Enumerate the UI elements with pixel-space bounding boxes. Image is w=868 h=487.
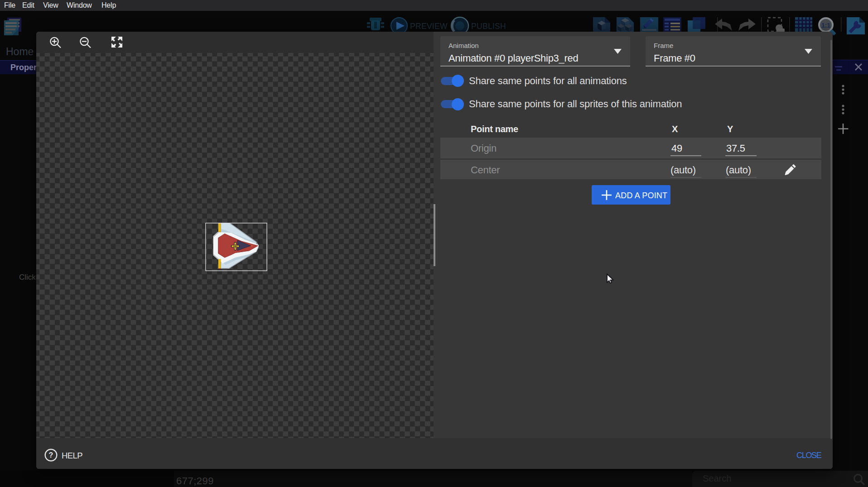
svg-text:1:1: 1:1 — [821, 22, 830, 29]
svg-text:PREVIEW: PREVIEW — [410, 22, 448, 31]
svg-text:PUBLISH: PUBLISH — [471, 22, 506, 31]
svg-text:?: ? — [49, 451, 53, 459]
